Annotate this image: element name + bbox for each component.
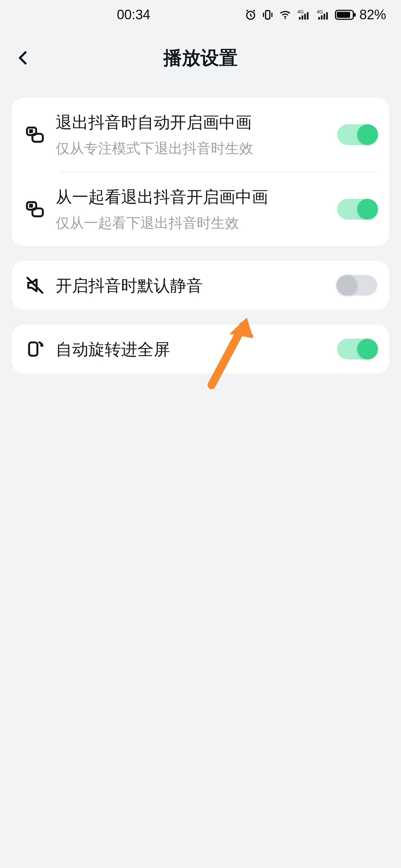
row-label: 开启抖音时默认静音 [56,274,327,296]
row-pip-watch-together[interactable]: 从一起看退出抖音开启画中画 仅从一起看下退出抖音时生效 [12,172,389,246]
svg-rect-7 [307,12,308,20]
header: 播放设置 [0,36,401,80]
status-clock: 00:34 [117,7,150,23]
status-right-cluster: 4G 4G 82% [244,7,386,23]
row-label: 自动旋转进全屏 [56,338,327,360]
settings-card-mute: 开启抖音时默认静音 [12,261,389,310]
wifi-icon [278,9,292,21]
svg-rect-11 [323,14,325,20]
mute-icon [24,274,46,296]
row-auto-rotate-fullscreen[interactable]: 自动旋转进全屏 [12,325,389,374]
svg-rect-9 [318,17,320,20]
toggle-auto-rotate-fullscreen[interactable] [337,339,377,359]
svg-text:4G: 4G [317,9,323,14]
battery-indicator: 82% [335,7,386,23]
svg-rect-21 [29,342,38,356]
signal-1-icon: 4G [296,9,311,21]
battery-text: 82% [359,7,386,23]
svg-rect-4 [299,17,300,20]
svg-rect-12 [326,12,327,20]
settings-card-rotate: 自动旋转进全屏 [12,325,389,374]
vibrate-icon [261,9,274,21]
row-pip-on-exit[interactable]: 退出抖音时自动开启画中画 仅从专注模式下退出抖音时生效 [12,98,389,172]
row-mute-on-launch[interactable]: 开启抖音时默认静音 [12,261,389,310]
row-sublabel: 仅从专注模式下退出抖音时生效 [56,139,327,158]
svg-rect-17 [32,134,43,142]
svg-rect-14 [354,13,356,17]
alarm-icon [244,9,257,21]
toggle-pip-watch-together[interactable] [337,199,377,220]
row-label: 从一起看退出抖音开启画中画 [56,186,327,208]
svg-point-2 [284,18,286,19]
svg-rect-15 [337,12,350,18]
svg-rect-6 [304,14,306,20]
signal-2-icon: 4G [316,9,330,21]
svg-rect-5 [301,15,303,19]
toggle-pip-on-exit[interactable] [337,124,377,145]
pip-icon [24,124,46,146]
pip-icon [24,198,46,220]
page-title: 播放设置 [163,46,238,70]
svg-text:4G: 4G [297,9,304,14]
svg-rect-19 [32,208,43,216]
back-button[interactable] [11,46,35,70]
status-bar: 00:34 4G 4G [0,0,401,30]
toggle-mute-on-launch[interactable] [337,275,377,296]
settings-content: 退出抖音时自动开启画中画 仅从专注模式下退出抖音时生效 从一起看退出抖音开启画中… [12,98,389,388]
settings-card-pip: 退出抖音时自动开启画中画 仅从专注模式下退出抖音时生效 从一起看退出抖音开启画中… [12,98,389,246]
row-sublabel: 仅从一起看下退出抖音时生效 [56,214,327,233]
row-label: 退出抖音时自动开启画中画 [56,111,327,133]
rotate-icon [24,338,46,360]
svg-rect-1 [265,11,270,19]
svg-rect-10 [321,15,322,19]
